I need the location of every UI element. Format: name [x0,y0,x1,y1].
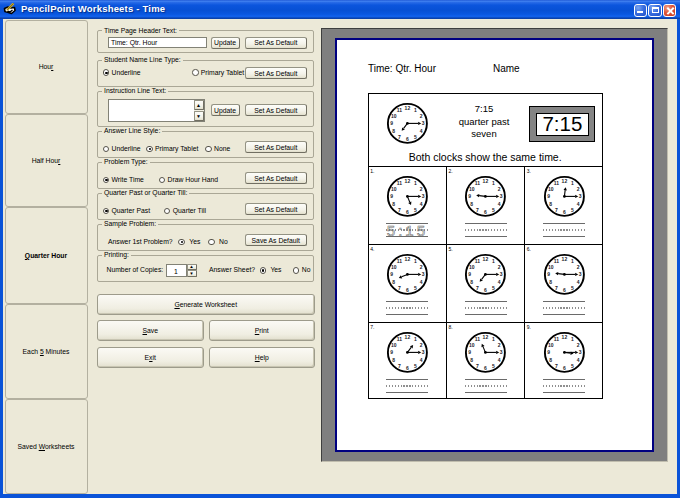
svg-text:3: 3 [578,193,581,199]
svg-text:4: 4 [576,357,579,363]
svg-text:3: 3 [500,271,503,277]
svg-text:1: 1 [414,335,417,341]
svg-text:2: 2 [498,263,501,269]
svg-text:2: 2 [420,185,423,191]
svg-text:12: 12 [405,177,411,183]
svg-text:8: 8 [470,201,473,207]
svg-text:10: 10 [469,185,475,191]
svg-text:7: 7 [476,207,479,213]
svg-text:3: 3 [421,120,424,126]
svg-text:4: 4 [498,279,501,285]
svg-text:3: 3 [500,349,503,355]
svg-text:12: 12 [483,333,489,339]
svg-text:7: 7 [398,134,401,140]
svg-text:10: 10 [469,341,475,347]
svg-text:5: 5 [492,207,495,213]
svg-text:7: 7 [555,363,558,369]
svg-text:1: 1 [414,257,417,263]
svg-text:1: 1 [570,257,573,263]
svg-text:1: 1 [570,335,573,341]
svg-text:1: 1 [492,179,495,185]
svg-text:11: 11 [553,257,559,263]
svg-text:5: 5 [492,363,495,369]
svg-text:10: 10 [547,341,553,347]
svg-text:7: 7 [555,285,558,291]
svg-text:3: 3 [422,271,425,277]
svg-text:10: 10 [391,185,397,191]
svg-text:8: 8 [549,201,552,207]
svg-text:3: 3 [422,349,425,355]
svg-text:8: 8 [392,357,395,363]
svg-text:11: 11 [397,257,403,263]
svg-text:3: 3 [500,193,503,199]
svg-text:4: 4 [420,201,423,207]
svg-text:6: 6 [484,209,487,215]
svg-text:2: 2 [576,341,579,347]
svg-text:12: 12 [404,105,410,111]
svg-text:8: 8 [470,279,473,285]
svg-text:2: 2 [419,113,422,119]
svg-text:8: 8 [392,201,395,207]
svg-text:7: 7 [398,207,401,213]
svg-text:9: 9 [547,193,550,199]
svg-text:11: 11 [475,257,481,263]
svg-text:7: 7 [476,285,479,291]
svg-text:7: 7 [398,285,401,291]
svg-text:12: 12 [561,177,567,183]
svg-text:10: 10 [547,185,553,191]
svg-text:5: 5 [570,207,573,213]
svg-text:2: 2 [576,263,579,269]
svg-text:10: 10 [391,341,397,347]
svg-text:10: 10 [469,263,475,269]
svg-text:5: 5 [492,285,495,291]
svg-text:10: 10 [391,263,397,269]
svg-text:4: 4 [419,128,422,134]
svg-text:6: 6 [484,365,487,371]
svg-text:1: 1 [492,257,495,263]
svg-text:6: 6 [406,365,409,371]
svg-text:5: 5 [414,363,417,369]
svg-text:1: 1 [414,107,417,113]
svg-text:1: 1 [414,179,417,185]
svg-text:3: 3 [422,193,425,199]
svg-text:2: 2 [498,185,501,191]
svg-text:11: 11 [475,335,481,341]
svg-text:2: 2 [576,185,579,191]
svg-text:3: 3 [578,349,581,355]
svg-text:6: 6 [484,287,487,293]
svg-text:5: 5 [570,285,573,291]
svg-text:11: 11 [397,179,403,185]
svg-text:5: 5 [414,285,417,291]
svg-text:11: 11 [553,335,559,341]
svg-text:4: 4 [498,201,501,207]
svg-text:4: 4 [420,357,423,363]
svg-text:9: 9 [390,271,393,277]
svg-text:4: 4 [498,357,501,363]
svg-text:3: 3 [578,271,581,277]
svg-text:11: 11 [553,179,559,185]
svg-text:4: 4 [576,279,579,285]
svg-text:7: 7 [398,363,401,369]
svg-text:11: 11 [397,335,403,341]
svg-text:9: 9 [468,193,471,199]
svg-text:12: 12 [405,333,411,339]
svg-text:9: 9 [390,120,393,126]
svg-text:8: 8 [392,279,395,285]
svg-text:8: 8 [470,357,473,363]
svg-text:11: 11 [396,107,402,113]
svg-text:12: 12 [561,255,567,261]
svg-text:5: 5 [570,363,573,369]
svg-text:12: 12 [483,177,489,183]
svg-text:12: 12 [483,255,489,261]
svg-text:5: 5 [414,134,417,140]
svg-text:9: 9 [468,349,471,355]
svg-text:2: 2 [420,263,423,269]
svg-text:4: 4 [576,201,579,207]
svg-text:6: 6 [406,287,409,293]
svg-text:8: 8 [392,128,395,134]
svg-text:6: 6 [406,136,409,142]
svg-text:10: 10 [547,263,553,269]
svg-text:11: 11 [475,179,481,185]
svg-text:9: 9 [390,193,393,199]
svg-text:9: 9 [390,349,393,355]
